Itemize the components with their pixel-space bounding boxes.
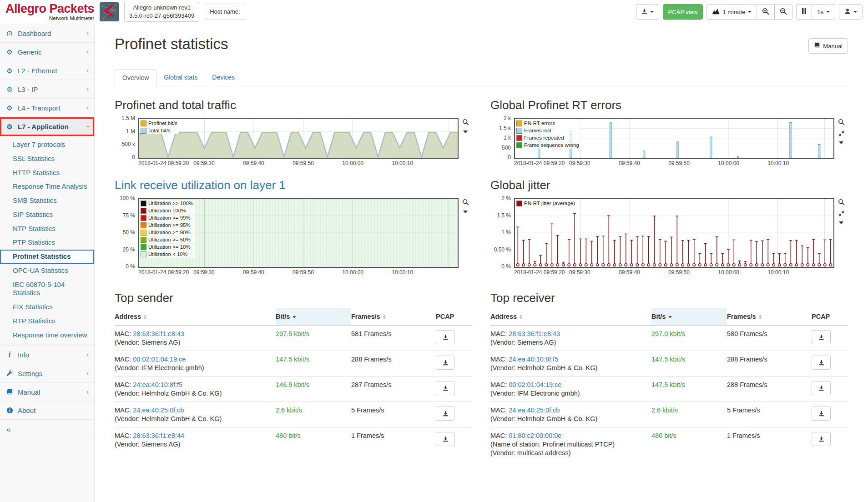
address-cell: MAC: 28:63:36:f1:e8:43(Vendor: Siemens A… xyxy=(490,326,651,351)
pcap-download-button[interactable] xyxy=(812,356,831,370)
pcap-download-button[interactable] xyxy=(436,330,455,344)
column-header-bit-s[interactable]: Bit/s xyxy=(276,308,351,326)
pcap-download-button[interactable] xyxy=(436,356,455,370)
x-tick-label: 10:00:10 xyxy=(392,269,413,276)
pcap-download-button[interactable] xyxy=(812,330,831,344)
tab-global-stats[interactable]: Global stats xyxy=(156,69,205,86)
pcap-download-button[interactable] xyxy=(436,432,455,446)
sidebar-item-ntp-statistics[interactable]: NTP Statistics xyxy=(0,222,94,236)
utilization-chart[interactable]: Utilization >> 100%Utilization 100%Utili… xyxy=(138,198,459,268)
download-button[interactable] xyxy=(636,4,659,20)
sidebar-item-about[interactable]: About xyxy=(0,402,94,420)
pause-button[interactable] xyxy=(796,4,812,20)
sidebar-item-http-statistics[interactable]: HTTP Statistics xyxy=(0,166,94,180)
manual-button[interactable]: Manual xyxy=(808,38,848,54)
sidebar-item-smb-statistics[interactable]: SMB Statistics xyxy=(0,194,94,208)
sidebar-item-l2-ethernet[interactable]: ⚙L2 - Ethernet‹ xyxy=(0,61,94,80)
legend-item: Total bit/s xyxy=(141,127,179,134)
sidebar-item-dashboard[interactable]: Dashboard‹ xyxy=(0,24,94,43)
zoom-icon[interactable] xyxy=(462,199,469,206)
logo-mark-icon[interactable] xyxy=(100,2,119,21)
pcap-view-button[interactable]: PCAP view xyxy=(663,4,703,20)
sidebar-top-group: Dashboard‹⚙Generic‹⚙L2 - Ethernet‹⚙L3 - … xyxy=(0,24,94,136)
x-tick-label: 10:00:00 xyxy=(342,269,363,276)
jitter-chart[interactable]: PN-RT jitter (average) xyxy=(514,198,834,268)
column-header-label: Frames/s xyxy=(351,313,380,320)
vendor-line: (Vendor: Siemens AG) xyxy=(115,441,272,448)
tab-overview[interactable]: Overview xyxy=(115,69,156,86)
zoom-icon[interactable] xyxy=(462,119,469,126)
pcap-download-button[interactable] xyxy=(812,381,831,395)
sidebar-item-l4-transport[interactable]: ⚙L4 - Transport‹ xyxy=(0,99,94,117)
column-header-address[interactable]: Address xyxy=(490,308,651,326)
logo[interactable]: Allegro Packets Network Multimeter xyxy=(5,3,94,21)
interval-button[interactable]: 1 minute xyxy=(707,4,757,20)
caret-down-icon[interactable] xyxy=(839,141,843,144)
legend-item: Utilization >= 90% xyxy=(141,229,195,236)
sidebar-item-info[interactable]: iInfo‹ xyxy=(0,345,94,364)
pcap-download-button[interactable] xyxy=(436,407,455,421)
sort-desc-icon xyxy=(668,316,672,318)
sidebar-item-l3-ip[interactable]: ⚙L3 - IP‹ xyxy=(0,80,94,99)
tab-devices[interactable]: Devices xyxy=(205,69,242,86)
zoom-icon[interactable] xyxy=(838,199,845,206)
sidebar-item-opc-ua-statistics[interactable]: OPC-UA Statistics xyxy=(0,264,94,278)
mac-address-link[interactable]: 24:ea:40:10:8f:f5 xyxy=(133,381,182,388)
mac-address-link[interactable]: 01:80:c2:00:00:0e xyxy=(509,432,561,439)
sidebar-item-iec-60870-5-104-statistics[interactable]: IEC 60870-5-104 Statistics xyxy=(0,278,94,301)
mac-address-link[interactable]: 00:02:01:04:19:ce xyxy=(509,381,561,388)
sidebar-item-layer-7-protocols[interactable]: Layer 7 protocols xyxy=(0,138,94,152)
sidebar-item-settings[interactable]: Settings‹ xyxy=(0,364,94,383)
pcap-download-button[interactable] xyxy=(812,432,831,446)
sidebar-item-response-time-overview[interactable]: Response time overview xyxy=(0,328,94,342)
collapse-icon[interactable] xyxy=(838,211,844,216)
mac-line: MAC: 24:ea:40:25:0f:cb xyxy=(115,407,272,414)
zoom-in-button[interactable] xyxy=(757,4,775,20)
x-axis: 2018-01-24 09:59:2009:59:3009:59:4009:59… xyxy=(138,269,459,277)
user-menu-button[interactable] xyxy=(839,4,863,20)
gear-icon: ⚙ xyxy=(5,86,14,93)
column-header-bit-s[interactable]: Bit/s xyxy=(651,308,727,326)
column-header-frames-s[interactable]: Frames/s xyxy=(727,308,812,326)
zoom-icon[interactable] xyxy=(838,119,845,126)
zoom-in-icon xyxy=(762,8,769,16)
sidebar-item-l7-application[interactable]: ⚙L7 - Application‹ xyxy=(0,117,94,136)
sidebar-item-fix-statistics[interactable]: FIX Statistics xyxy=(0,300,94,314)
address-cell: MAC: 00:02:01:04:19:ce(Vendor: IFM Elect… xyxy=(115,351,276,376)
sidebar-item-ssl-statistics[interactable]: SSL Statistics xyxy=(0,152,94,166)
sidebar-item-profinet-statistics[interactable]: Profinet Statistics xyxy=(0,250,94,264)
pcap-cell xyxy=(812,351,848,376)
sidebar-collapse-button[interactable]: « xyxy=(0,420,94,440)
sidebar-item-sip-statistics[interactable]: SIP Statistics xyxy=(0,208,94,222)
pcap-download-button[interactable] xyxy=(812,407,831,421)
mac-address-link[interactable]: 28:63:36:f1:e8:43 xyxy=(133,330,184,337)
mac-address-link[interactable]: 24:ea:40:10:8f:f5 xyxy=(509,356,558,363)
column-header-frames-s[interactable]: Frames/s xyxy=(351,308,436,326)
caret-down-icon[interactable] xyxy=(839,221,843,224)
caret-down-icon[interactable] xyxy=(463,131,468,133)
sidebar-item-generic[interactable]: ⚙Generic‹ xyxy=(0,43,94,61)
frames-cell: 288 Frames/s xyxy=(727,351,812,376)
mac-address-link[interactable]: 28:63:36:f1:e8:44 xyxy=(133,432,184,439)
mac-address-link[interactable]: 24:ea:40:25:0f:cb xyxy=(133,407,184,414)
section-title-utilization[interactable]: Link receive utilization on layer 1 xyxy=(115,178,472,192)
logo-subtitle: Network Multimeter xyxy=(5,16,94,21)
sidebar-item-rtp-statistics[interactable]: RTP Statistics xyxy=(0,314,94,328)
mac-address-link[interactable]: 00:02:01:04:19:ce xyxy=(133,356,186,363)
vendor-line: (Vendor: Siemens AG) xyxy=(490,339,648,346)
sidebar-item-response-time-analysis[interactable]: Response Time Analysis xyxy=(0,180,94,194)
mac-address-link[interactable]: 24:ea:40:25:0f:cb xyxy=(509,407,560,414)
sidebar-item-manual[interactable]: Manual‹ xyxy=(0,383,94,402)
vendor-line: (Vendor: multicast address) xyxy=(490,449,648,457)
zoom-out-button[interactable] xyxy=(774,4,792,20)
sidebar-item-ptp-statistics[interactable]: PTP Statistics xyxy=(0,236,94,250)
refresh-interval-button[interactable]: 1s xyxy=(812,4,835,20)
pcap-download-button[interactable] xyxy=(436,381,455,395)
collapse-icon[interactable] xyxy=(838,131,844,136)
column-header-address[interactable]: Address xyxy=(115,308,276,326)
hostname-box[interactable]: Host name: xyxy=(205,4,245,20)
caret-down-icon[interactable] xyxy=(463,211,468,213)
rt-errors-chart[interactable]: PN-RT errorsFrames lostFrames repeatedFr… xyxy=(514,118,834,159)
mac-address-link[interactable]: 28:63:36:f1:e8:43 xyxy=(509,330,560,337)
traffic-chart[interactable]: Profinet bit/sTotal bit/s xyxy=(138,118,459,159)
